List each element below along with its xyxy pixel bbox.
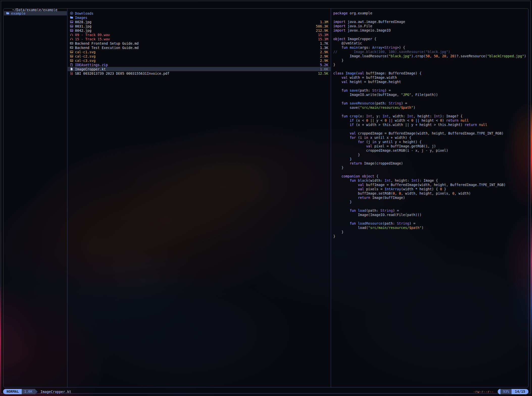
file-row[interactable]: 0028.jpg1.3M	[68, 20, 331, 24]
code-line: import java.io.File	[333, 24, 526, 28]
code-line: return Image(croppedImage)	[333, 161, 526, 166]
code-line: }	[333, 234, 526, 239]
code-line: }	[333, 58, 526, 63]
code-line: }	[333, 166, 526, 170]
code-line	[333, 217, 526, 221]
file-size: 1.7K	[320, 41, 328, 45]
file-preview-pane: package org.example import java.awt.imag…	[331, 9, 528, 387]
code-line: @JvmStatic	[333, 41, 526, 45]
code-line: import java.awt.image.BufferedImage	[333, 20, 526, 24]
image-icon	[70, 50, 75, 54]
file-row[interactable]: cal-c3.svg2.9K	[68, 58, 331, 63]
file-row[interactable]: Backend_Test_Execution_Guide.md1.3K	[68, 45, 331, 50]
file-name: 0028.jpg	[75, 20, 318, 24]
file-row[interactable]: cal-c1.svg2.9K	[68, 50, 331, 54]
code-line	[333, 204, 526, 208]
image-icon	[70, 20, 75, 23]
code-line: import javax.imageio.ImageIO	[333, 28, 526, 33]
file-name: cal-c2.svg	[75, 54, 318, 58]
file-name: Images	[75, 16, 326, 20]
code-line: save("src/main/resources/$path")	[333, 105, 526, 110]
folder-icon	[6, 12, 11, 15]
file-name: IDEAsettings.zip	[75, 63, 318, 67]
code-line: if (x + width > this.width || y + height…	[333, 123, 526, 127]
file-row[interactable]: IDEAsettings.zip5.2K	[68, 63, 331, 67]
file-name: Backend_Frontend_Setup_Guide.md	[75, 41, 318, 45]
file-size: 15.3M	[318, 33, 328, 37]
code-line: val height = buffImage.height	[333, 80, 526, 84]
code-line	[333, 170, 526, 174]
code-line: Image.loadResource("black.jpg").crop(50,…	[333, 54, 526, 58]
code-line: buffImage.setRGB(0, 0, width, height, pi…	[333, 191, 526, 196]
status-bar: NORMAL 1.6K ImageCropper.kt -rw-r--r-- 9…	[3, 389, 528, 394]
markdown-icon	[70, 46, 75, 49]
file-name: Backend_Test_Execution_Guide.md	[75, 46, 318, 50]
file-size-badge: 1.6K	[22, 389, 35, 394]
status-left: NORMAL 1.6K ImageCropper.kt	[3, 389, 71, 394]
code-line: for (j in y until y + height) {	[333, 140, 526, 144]
file-row[interactable]: 0031.jpg586.3K	[68, 24, 331, 28]
current-directory-pane: DownloadsImages0028.jpg1.3M0031.jpg586.3…	[67, 9, 331, 387]
file-size: 2.9K	[320, 50, 328, 54]
code-line: fun main(args: Array<String>) {	[333, 45, 526, 50]
file-row[interactable]: SBI_0032013739_2023_DE05_0003155631Invoi…	[68, 71, 331, 75]
file-row[interactable]: cal-c2.svg2.9K	[68, 54, 331, 58]
code-line	[333, 67, 526, 71]
code-line: return Image(buffImage)	[333, 196, 526, 200]
file-row[interactable]: 09 - Track 09.wav15.3M	[68, 33, 331, 37]
file-size: 1.6K	[320, 67, 328, 71]
file-row[interactable]: Downloads	[68, 11, 331, 15]
code-line: Image(ImageIO.read(File(path)))	[333, 213, 526, 217]
code-line	[333, 110, 526, 114]
scroll-percent: 93%	[500, 389, 512, 394]
file-icon	[70, 67, 75, 71]
code-line: fun save(path: String) =	[333, 88, 526, 93]
file-name: 09 - Track 09.wav	[75, 33, 316, 37]
file-row[interactable]: 0042.jpg212.9K	[68, 28, 331, 33]
powerline-arrow-icon	[35, 389, 38, 394]
file-size: 2.9K	[320, 54, 328, 58]
code-line	[333, 15, 526, 20]
code-line: }	[333, 157, 526, 161]
file-permissions: -rw-r--r--	[473, 390, 494, 394]
code-line: croppedImage.setRGB(i - x, j - y, pixel)	[333, 148, 526, 153]
code-line	[333, 97, 526, 101]
markdown-icon	[70, 42, 75, 45]
file-name: 0031.jpg	[75, 24, 314, 28]
terminal-window: ~/Data/example/example example Downloads…	[1, 1, 531, 393]
file-row[interactable]: example	[4, 11, 67, 15]
file-row[interactable]: ImageCropper.kt1.6K	[68, 67, 331, 71]
file-size: 2.9K	[320, 59, 328, 63]
file-row[interactable]: 15 - Track 15.wav15.3M	[68, 37, 331, 41]
parent-directory-pane: example	[4, 9, 67, 387]
code-line: }	[333, 200, 526, 204]
file-name: example	[11, 11, 65, 15]
powerline-cap-icon	[498, 389, 500, 394]
file-size: 212.9K	[316, 29, 328, 33]
file-name: Downloads	[75, 11, 326, 15]
path-bar: ~/Data/example/example	[4, 2, 57, 7]
audio-icon	[70, 33, 75, 36]
file-size: 1.3M	[320, 20, 328, 24]
file-row[interactable]: Backend_Frontend_Setup_Guide.md1.7K	[68, 41, 331, 45]
file-size: 1.3K	[320, 46, 328, 50]
file-row[interactable]: Images	[68, 15, 331, 20]
file-manager-panes: example DownloadsImages0028.jpg1.3M0031.…	[3, 8, 528, 387]
code-line: val width = buffImage.width	[333, 75, 526, 80]
code-line: fun load(path: String) =	[333, 208, 526, 213]
image-icon	[70, 55, 75, 58]
code-line: val pixel = buffImage.getRGB(i, j)	[333, 144, 526, 148]
image-icon	[70, 29, 75, 32]
code-line: // Image.black(100, 100).saveResource("b…	[333, 50, 526, 54]
cursor-position: 14/15	[512, 389, 528, 394]
code-line: class Image(val buffImage: BufferedImage…	[333, 71, 526, 75]
file-name: ImageCropper.kt	[75, 67, 318, 71]
code-line: fun saveResource(path: String) =	[333, 101, 526, 105]
code-line: }	[333, 153, 526, 157]
code-line: object ImageCropper {	[333, 37, 526, 41]
zip-icon	[70, 63, 75, 66]
code-line: fun crop(x: Int, y: Int, width: Int, hei…	[333, 114, 526, 118]
status-filename: ImageCropper.kt	[40, 390, 71, 394]
file-name: 15 - Track 15.wav	[75, 37, 316, 41]
code-line: companion object {	[333, 174, 526, 178]
